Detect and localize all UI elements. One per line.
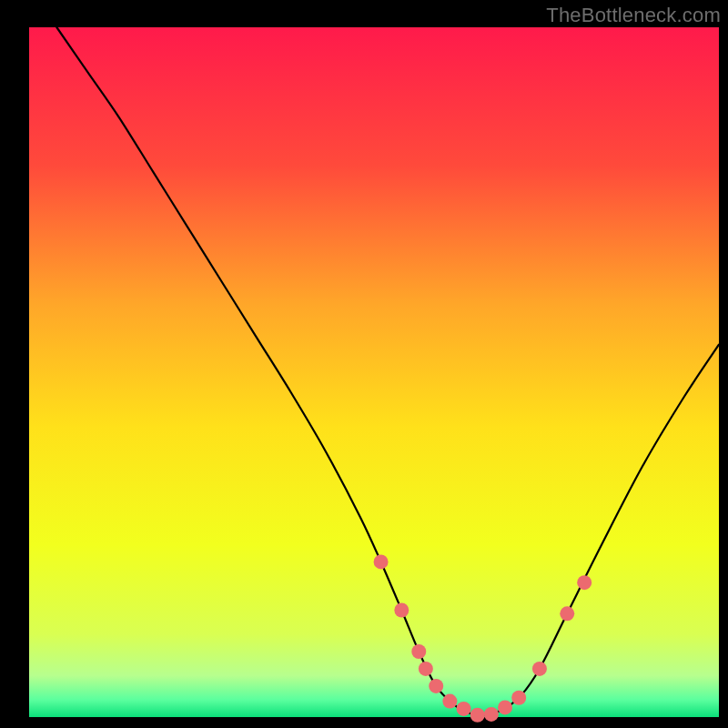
curve-highlight-dot	[429, 679, 443, 693]
curve-highlight-dot	[394, 603, 409, 618]
chart-container: TheBottleneck.com	[0, 0, 728, 728]
watermark-text: TheBottleneck.com	[546, 4, 721, 27]
curve-highlight-dot	[560, 606, 574, 621]
curve-highlight-dot	[498, 700, 512, 714]
curve-highlight-dot	[419, 662, 433, 676]
curve-highlight-dot	[411, 644, 426, 659]
bottleneck-curve-chart	[0, 0, 728, 728]
curve-highlight-dot	[442, 694, 457, 709]
plot-background	[29, 27, 719, 717]
curve-highlight-dot	[484, 707, 499, 722]
curve-highlight-dot	[511, 691, 526, 705]
curve-highlight-dot	[577, 575, 592, 590]
curve-highlight-dot	[457, 702, 471, 716]
curve-highlight-dot	[470, 708, 485, 723]
curve-highlight-dot	[374, 554, 389, 569]
curve-highlight-dot	[532, 662, 547, 676]
